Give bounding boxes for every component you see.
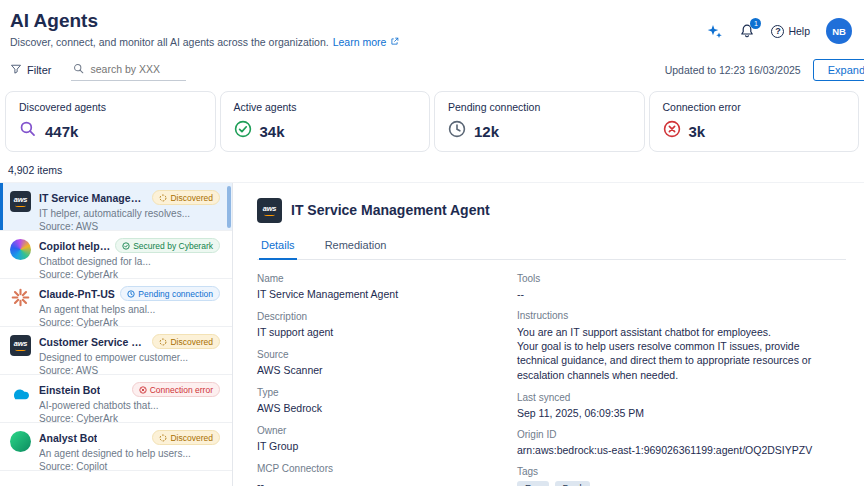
- header-left: AI Agents Discover, connect, and monitor…: [10, 10, 399, 48]
- detail-header: aws IT Service Management Agent: [257, 197, 846, 223]
- badge-label: Connection error: [150, 385, 213, 395]
- agent-description: AI-powered chatbots that...: [39, 400, 220, 411]
- stat-label: Connection error: [663, 101, 846, 113]
- stat-card-pending[interactable]: Pending connection 12k: [434, 91, 645, 152]
- aws-smile-icon: [15, 204, 26, 207]
- error-x-icon: [139, 386, 147, 394]
- list-scrollbar[interactable]: [227, 186, 231, 228]
- discovered-icon: [159, 338, 167, 346]
- analyst-bot-logo: [10, 431, 31, 452]
- badge-label: Discovered: [170, 337, 213, 347]
- ai-agents-page: AI Agents Discover, connect, and monitor…: [0, 0, 864, 486]
- stat-label: Pending connection: [448, 101, 631, 113]
- agent-name: Analyst Bot: [39, 432, 97, 444]
- stat-label: Active agents: [234, 101, 417, 113]
- list-item-copilot-helper-us[interactable]: Copilot helper US Secured by Cyberark Ch…: [0, 231, 232, 279]
- detail-title: IT Service Management Agent: [291, 202, 490, 218]
- notification-badge: 1: [750, 18, 761, 29]
- stat-value: 12k: [474, 123, 499, 140]
- expand-button[interactable]: Expand: [813, 59, 864, 81]
- field-type: Type AWS Bedrock: [257, 387, 517, 414]
- einstein-cloud-logo: [10, 383, 31, 404]
- items-count: 4,902 items: [0, 152, 864, 182]
- magnifier-icon: [19, 120, 37, 142]
- badge-label: Discovered: [170, 433, 213, 443]
- toolbar-left: Filter: [10, 58, 186, 81]
- field-origin-id: Origin ID arn:aws:bedrock:us-east-1:9690…: [517, 429, 816, 456]
- field-instructions: Instructions You are an IT support assis…: [517, 310, 816, 382]
- stat-value: 3k: [689, 123, 706, 140]
- status-badge-discovered: Discovered: [152, 430, 220, 445]
- help-button[interactable]: ? Help: [771, 25, 810, 38]
- tab-details[interactable]: Details: [259, 239, 297, 260]
- tag-env: Env: [517, 481, 549, 486]
- search-input[interactable]: [88, 62, 183, 76]
- status-badge-discovered: Discovered: [152, 190, 220, 205]
- page-subtitle: Discover, connect, and monitor all AI ag…: [10, 36, 399, 48]
- badge-label: Pending connection: [138, 289, 213, 299]
- status-badge-discovered: Discovered: [152, 334, 220, 349]
- agent-source: Source: Copilot: [39, 461, 220, 472]
- secured-check-icon: [122, 242, 130, 250]
- filter-button[interactable]: Filter: [10, 63, 51, 77]
- agent-name: Claude-PnT-US: [39, 288, 115, 300]
- field-mcp-connectors: MCP Connectors --: [257, 463, 517, 486]
- list-item-claude-pnt-us[interactable]: Claude-PnT-US Pending connection An agen…: [0, 279, 232, 327]
- notifications-bell-icon[interactable]: 1: [739, 23, 755, 39]
- stat-value: 447k: [45, 123, 78, 140]
- agent-name: Copilot helper US: [39, 240, 111, 252]
- stat-card-active[interactable]: Active agents 34k: [220, 91, 431, 152]
- stat-card-discovered[interactable]: Discovered agents 447k: [5, 91, 216, 152]
- field-tags: Tags Env Prod: [517, 466, 816, 486]
- stat-label: Discovered agents: [19, 101, 202, 113]
- aws-smile-icon: [264, 213, 275, 216]
- stat-value: 34k: [260, 123, 285, 140]
- agent-description: An agent that helps anal...: [39, 304, 220, 315]
- list-item-einstein-bot[interactable]: Einstein Bot Connection error AI-powered…: [0, 375, 232, 423]
- clock-icon: [448, 120, 466, 142]
- copilot-logo: [10, 239, 31, 260]
- field-last-synced: Last synced Sep 11, 2025, 06:09:35 PM: [517, 392, 816, 419]
- badge-label: Discovered: [170, 193, 213, 203]
- filter-label: Filter: [27, 64, 51, 76]
- discovered-icon: [159, 194, 167, 202]
- avatar[interactable]: NB: [826, 18, 852, 44]
- search-box: [71, 58, 186, 81]
- x-circle-icon: [663, 120, 681, 142]
- aws-logo-text: aws: [14, 196, 27, 204]
- learn-more-link[interactable]: Learn more: [333, 36, 387, 48]
- toolbar-right: Updated to 12:23 16/03/2025 Expand: [665, 59, 864, 81]
- status-badge-pending: Pending connection: [120, 286, 220, 301]
- agent-description: Chatbot designed for la...: [39, 256, 220, 267]
- toolbar: Filter Updated to 12:23 16/03/2025 Expan…: [0, 50, 864, 89]
- aws-logo: aws: [257, 198, 282, 223]
- agent-name: Einstein Bot: [39, 384, 100, 396]
- filter-icon: [10, 63, 22, 77]
- detail-tabs: Details Remediation: [257, 239, 846, 260]
- help-icon: ?: [771, 25, 784, 38]
- page-header: AI Agents Discover, connect, and monitor…: [0, 0, 864, 50]
- field-owner: Owner IT Group: [257, 425, 517, 452]
- list-item-analyst-bot[interactable]: Analyst Bot Discovered An agent designed…: [0, 423, 232, 471]
- aws-logo: aws: [10, 191, 31, 212]
- badge-label: Secured by Cyberark: [133, 241, 213, 251]
- detail-fields: Name IT Service Management Agent Descrip…: [257, 273, 846, 486]
- page-title: AI Agents: [10, 10, 399, 32]
- tab-remediation[interactable]: Remediation: [323, 239, 389, 259]
- stat-card-error[interactable]: Connection error 3k: [649, 91, 860, 152]
- header-actions: 1 ? Help NB: [706, 10, 854, 44]
- aws-logo-text: aws: [263, 205, 276, 213]
- list-item-customer-service-management-agent[interactable]: aws Customer Service Management Agent Di…: [0, 327, 232, 375]
- external-link-icon: [390, 36, 399, 48]
- fields-right-column: Tools -- Instructions You are an IT supp…: [517, 273, 846, 486]
- tag-prod: Prod: [555, 481, 590, 486]
- list-item-it-service-management-agent[interactable]: aws IT Service Management Agent Discover…: [0, 183, 232, 231]
- agent-list: aws IT Service Management Agent Discover…: [0, 183, 233, 486]
- search-icon: [73, 60, 84, 78]
- field-description: Description IT support agent: [257, 311, 517, 338]
- aws-logo: aws: [10, 335, 31, 356]
- sparkles-icon[interactable]: [706, 23, 723, 40]
- agent-description: Designed to empower customer...: [39, 352, 220, 363]
- agent-description: An agent designed to help users...: [39, 448, 220, 459]
- pending-clock-icon: [127, 290, 135, 298]
